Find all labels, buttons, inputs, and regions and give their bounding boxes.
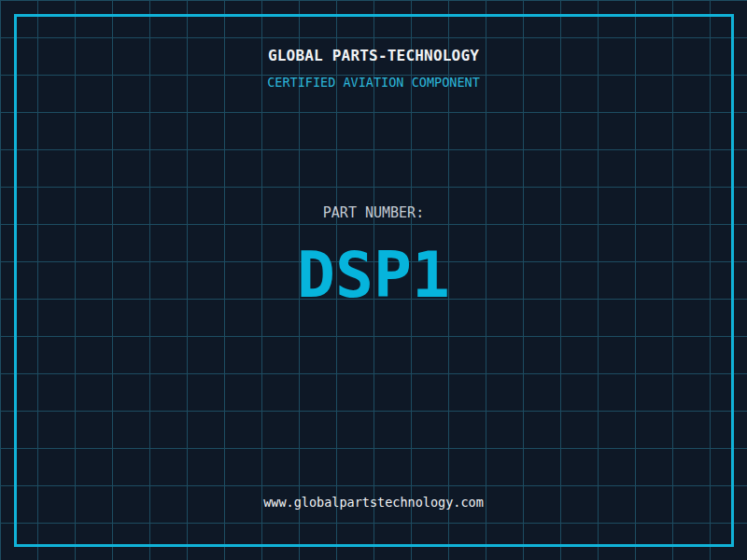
company-name: GLOBAL PARTS-TECHNOLOGY bbox=[0, 47, 747, 64]
part-display-page: GLOBAL PARTS-TECHNOLOGY CERTIFIED AVIATI… bbox=[0, 0, 747, 560]
website-url: www.globalpartstechnology.com bbox=[0, 495, 747, 510]
certification-subtitle: CERTIFIED AVIATION COMPONENT bbox=[0, 75, 747, 90]
part-number-label: PART NUMBER: bbox=[0, 204, 747, 221]
page-content: GLOBAL PARTS-TECHNOLOGY CERTIFIED AVIATI… bbox=[0, 0, 747, 560]
part-number-value: DSP1 bbox=[0, 244, 747, 307]
